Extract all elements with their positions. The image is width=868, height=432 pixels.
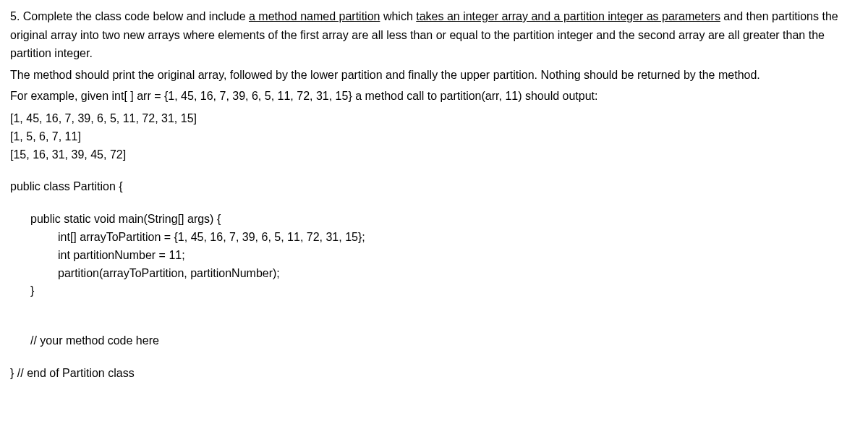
code-class-close: } // end of Partition class bbox=[10, 365, 858, 383]
output-line-1: [1, 45, 16, 7, 39, 6, 5, 11, 72, 31, 15] bbox=[10, 110, 858, 128]
code-main-declaration: public static void main(String[] args) { bbox=[10, 211, 858, 229]
code-class-declaration: public class Partition { bbox=[10, 178, 858, 196]
code-method-call: partition(arrayToPartition, partitionNum… bbox=[10, 265, 858, 283]
code-array-init: int[] arrayToPartition = {1, 45, 16, 7, … bbox=[10, 229, 858, 247]
code-main-close: } bbox=[10, 282, 858, 300]
question-prefix: 5. Complete the class code below and inc… bbox=[10, 10, 249, 22]
code-block: public class Partition { public static v… bbox=[10, 178, 858, 382]
question-underlined-1: a method named partition bbox=[249, 10, 380, 22]
output-line-2: [1, 5, 6, 7, 11] bbox=[10, 128, 858, 146]
output-line-3: [15, 16, 31, 39, 45, 72] bbox=[10, 146, 858, 164]
code-placeholder-comment: // your method code here bbox=[10, 332, 858, 350]
question-middle-1: which bbox=[380, 10, 416, 22]
question-paragraph-1: 5. Complete the class code below and inc… bbox=[10, 7, 858, 63]
code-partition-number: int partitionNumber = 11; bbox=[10, 247, 858, 265]
question-underlined-2: takes an integer array and a partition i… bbox=[416, 10, 720, 22]
question-paragraph-2: The method should print the original arr… bbox=[10, 66, 858, 85]
question-paragraph-3: For example, given int[ ] arr = {1, 45, … bbox=[10, 87, 858, 106]
expected-output-block: [1, 45, 16, 7, 39, 6, 5, 11, 72, 31, 15]… bbox=[10, 110, 858, 164]
